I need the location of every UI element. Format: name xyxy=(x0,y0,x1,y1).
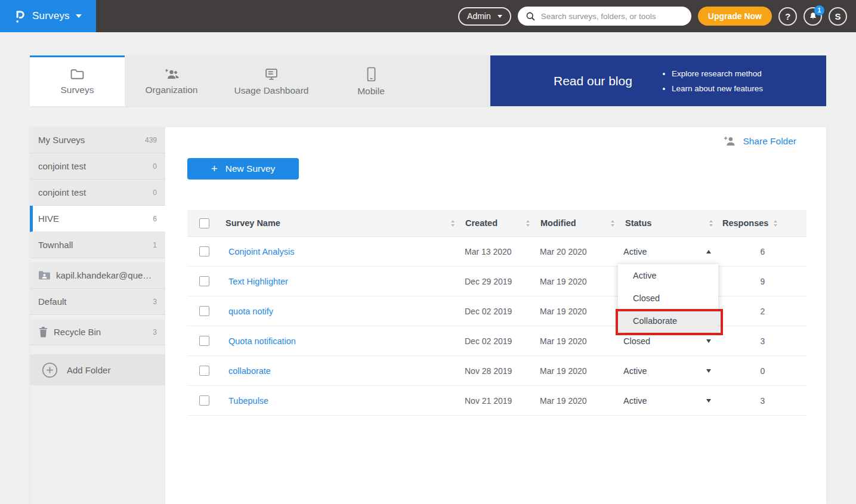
sidebar-item-my-surveys[interactable]: My Surveys 439 xyxy=(30,127,165,153)
created-cell: Mar 13 2020 xyxy=(461,247,536,256)
status-dropdown-menu: ActiveClosedCollaborate xyxy=(618,264,718,332)
banner-bullet: Learn about new features xyxy=(672,84,763,93)
status-dropdown: ActiveClosedCollaborate xyxy=(618,264,718,332)
survey-name-link[interactable]: Tubepulse xyxy=(221,396,268,406)
folder-count: 0 xyxy=(153,162,157,171)
sidebar-item-hive[interactable]: HIVE 6 xyxy=(30,206,165,232)
tab-usage-dashboard[interactable]: Usage Dashboard xyxy=(218,55,325,106)
tab-surveys[interactable]: Surveys xyxy=(30,55,125,106)
status-dropdown-trigger[interactable]: Closed xyxy=(620,336,719,346)
usage-dashboard-icon xyxy=(264,67,279,81)
help-button[interactable]: ? xyxy=(778,7,797,26)
dropdown-item-collaborate[interactable]: Collaborate xyxy=(618,310,718,332)
select-all-checkbox[interactable] xyxy=(199,218,209,228)
caret-icon xyxy=(706,369,711,373)
dropdown-item-active[interactable]: Active xyxy=(618,264,718,287)
blog-banner[interactable]: Read our blog Explore research methodLea… xyxy=(490,55,826,106)
avatar-initial: S xyxy=(835,11,840,21)
responses-cell: 3 xyxy=(719,336,806,346)
folder-icon xyxy=(70,68,85,81)
tab-mobile[interactable]: Mobile xyxy=(325,55,418,106)
status-label: Active xyxy=(623,366,647,376)
responses-cell: 9 xyxy=(719,277,806,286)
created-cell: Dec 02 2019 xyxy=(461,307,536,316)
row-checkbox[interactable] xyxy=(199,246,209,256)
tab-organization[interactable]: Organization xyxy=(125,55,218,106)
top-bar: Surveys Admin Upgrade Now ? 1 S xyxy=(0,0,856,32)
survey-name-link[interactable]: Conjoint Analysis xyxy=(221,247,294,256)
survey-name-link[interactable]: Text Highlighter xyxy=(221,277,288,286)
chevron-down-icon xyxy=(497,15,502,18)
share-folder-button[interactable]: Share Folder xyxy=(722,135,796,147)
responses-cell: 3 xyxy=(719,396,806,406)
account-avatar[interactable]: S xyxy=(829,7,847,26)
sort-icon[interactable] xyxy=(526,220,530,227)
sidebar-item-kapil-khandekar-que[interactable]: kapil.khandekar@que… xyxy=(30,262,165,289)
folder-count: 3 xyxy=(153,328,157,336)
mobile-icon xyxy=(367,67,376,82)
chevron-down-icon xyxy=(76,14,82,18)
search-input[interactable] xyxy=(540,11,684,21)
survey-name-link[interactable]: Quota notification xyxy=(221,336,296,346)
sort-icon[interactable] xyxy=(774,220,777,227)
sidebar-list: My Surveys 439 conjoint test 0 conjoint … xyxy=(30,127,165,345)
topbar-actions: Admin Upgrade Now ? 1 S xyxy=(458,7,856,26)
admin-menu[interactable]: Admin xyxy=(458,7,511,26)
product-menu[interactable]: Surveys xyxy=(0,0,96,32)
new-survey-label: New Survey xyxy=(225,163,276,174)
modified-cell: Mar 19 2020 xyxy=(536,366,620,376)
column-header-survey-name: Survey Name xyxy=(221,218,461,228)
responses-cell: 0 xyxy=(719,366,806,376)
column-header-created: Created xyxy=(461,218,536,228)
status-dropdown-trigger[interactable]: Active xyxy=(620,396,719,406)
column-header-status: Status xyxy=(620,218,719,228)
new-survey-button[interactable]: New Survey xyxy=(187,158,299,180)
row-checkbox[interactable] xyxy=(199,395,209,406)
folder-count: 0 xyxy=(153,188,157,197)
responses-cell: 6 xyxy=(719,247,806,256)
plus-circle-icon xyxy=(42,362,58,378)
row-checkbox[interactable] xyxy=(199,306,209,316)
modified-cell: Mar 19 2020 xyxy=(536,307,620,316)
sort-icon[interactable] xyxy=(451,220,455,227)
main-panel: My Surveys 439 conjoint test 0 conjoint … xyxy=(30,127,826,504)
table-header: Survey Name Created Modified Status Resp… xyxy=(187,210,806,237)
sidebar-gap xyxy=(30,258,165,262)
survey-name-link[interactable]: quota notify xyxy=(221,307,273,316)
created-cell: Dec 02 2019 xyxy=(461,336,536,346)
sidebar-item-default[interactable]: Default 3 xyxy=(30,289,165,315)
banner-bullet: Explore research method xyxy=(672,69,763,78)
column-header-responses: Responses xyxy=(719,218,806,228)
organization-icon xyxy=(163,68,180,81)
row-checkbox[interactable] xyxy=(199,336,209,346)
person-add-icon xyxy=(722,135,737,147)
created-cell: Dec 29 2019 xyxy=(461,277,536,286)
trash-icon xyxy=(38,326,48,338)
survey-name-link[interactable]: collaborate xyxy=(221,366,271,376)
dropdown-item-closed[interactable]: Closed xyxy=(618,287,718,310)
table-row: collaborate Nov 28 2019 Mar 19 2020 Acti… xyxy=(187,356,806,386)
sidebar-item-townhall[interactable]: Townhall 1 xyxy=(30,232,165,258)
status-dropdown-trigger[interactable]: Active xyxy=(620,247,719,256)
shared-folder-icon xyxy=(38,270,51,280)
add-folder-button[interactable]: Add Folder xyxy=(30,354,165,385)
caret-icon xyxy=(706,399,711,403)
sort-icon[interactable] xyxy=(709,220,713,227)
row-checkbox[interactable] xyxy=(199,276,209,286)
table-row: Tubepulse Nov 21 2019 Mar 19 2020 Active… xyxy=(187,386,806,416)
status-dropdown-trigger[interactable]: Active xyxy=(620,366,719,376)
sidebar-item-conjoint-test[interactable]: conjoint test 0 xyxy=(30,180,165,206)
search-icon xyxy=(526,11,535,21)
notifications-button[interactable]: 1 xyxy=(804,7,822,26)
sidebar-item-recycle-bin[interactable]: Recycle Bin 3 xyxy=(30,319,165,345)
sidebar-item-conjoint-test[interactable]: conjoint test 0 xyxy=(30,153,165,180)
row-checkbox[interactable] xyxy=(199,366,209,376)
modified-cell: Mar 19 2020 xyxy=(536,396,620,406)
upgrade-now-button[interactable]: Upgrade Now xyxy=(698,7,772,26)
share-folder-label: Share Folder xyxy=(743,136,796,147)
banner-bullet-list: Explore research methodLearn about new f… xyxy=(661,69,763,93)
modified-cell: Mar 20 2020 xyxy=(536,247,620,256)
folder-sidebar: My Surveys 439 conjoint test 0 conjoint … xyxy=(30,127,165,504)
table-row: Conjoint Analysis Mar 13 2020 Mar 20 202… xyxy=(187,237,806,267)
sort-icon[interactable] xyxy=(611,220,614,227)
